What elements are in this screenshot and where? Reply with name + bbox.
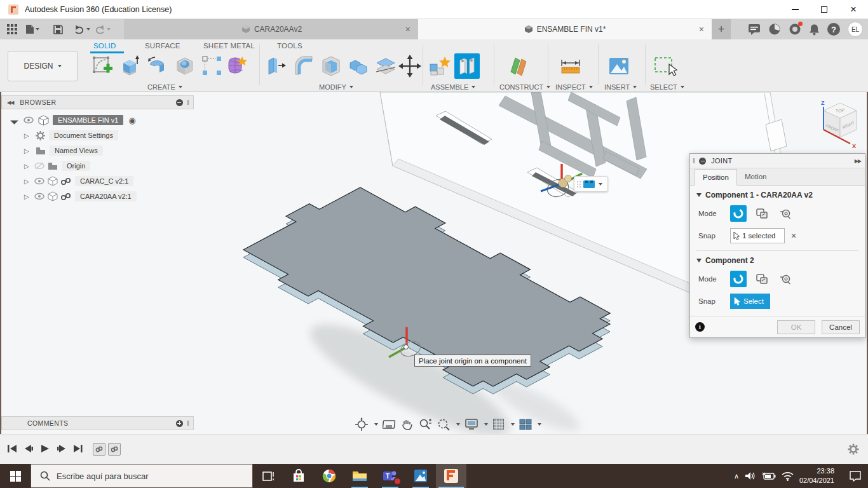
tab-close-icon[interactable]: × [699,25,704,34]
joint-type-minitoolbar[interactable] [574,176,608,192]
notification-badge-icon[interactable] [789,23,801,36]
group-label-create[interactable]: CREATE [147,83,182,91]
grid-dropdown-icon[interactable] [511,423,515,426]
workspace-switcher[interactable]: DESIGN [8,51,78,81]
snap-select-button[interactable]: Select [730,294,770,309]
select-button[interactable] [653,53,679,79]
zoom-icon[interactable] [418,417,432,431]
comments-header[interactable]: COMMENTS ‖ [1,416,194,430]
offset-face-button[interactable] [373,53,398,79]
timeline-go-to-start-button[interactable] [5,441,19,456]
new-tab-button[interactable]: + [712,19,731,39]
orbit-icon[interactable] [355,417,369,431]
timeline-step-forward-button[interactable] [55,441,69,456]
start-button[interactable] [0,464,31,488]
tray-hidden-icons-chevron[interactable]: ∧ [734,472,739,480]
browser-row-origin[interactable]: ▷ Origin [24,159,90,173]
browser-item-label[interactable]: CARAC_C v2:1 [75,176,133,186]
fit-dropdown-icon[interactable] [456,423,460,426]
job-status-icon[interactable] [768,23,781,36]
ribbon-tab-solid[interactable]: SOLID [93,42,116,50]
minimize-button[interactable] [780,0,810,19]
dialog-info-icon[interactable]: i [695,322,705,332]
joint-type-dropdown-icon[interactable] [599,183,602,186]
mode-between-two-faces-icon[interactable] [754,271,770,287]
browser-root-label[interactable]: ENSAMBLE FIN v1 [53,115,123,125]
pan-icon[interactable] [401,418,414,431]
browser-row-carac-c[interactable]: ▷ CARAC_C v2:1 [24,174,133,188]
visibility-off-eye-icon[interactable] [34,162,44,170]
volume-icon[interactable] [745,471,756,481]
look-at-icon[interactable] [383,418,397,431]
expand-arrow-icon[interactable]: ▷ [24,193,32,200]
tab-motion[interactable]: Motion [737,168,775,185]
snap-selection-field[interactable]: 1 selected [730,228,785,243]
taskbar-app-photos[interactable] [405,464,436,488]
task-view-button[interactable] [253,464,283,488]
doc-tab-ensamble-fin[interactable]: ENSAMBLE FIN v1* × [418,19,712,39]
browser-header[interactable]: ◀◀ BROWSER ‖ [1,95,194,109]
expand-arrow-icon[interactable]: ▷ [24,147,32,154]
construct-plane-button[interactable] [505,53,531,79]
orbit-dropdown-icon[interactable] [374,423,378,426]
group-label-modify[interactable]: MODIFY [319,83,353,91]
display-settings-icon[interactable] [465,418,478,431]
taskbar-app-file-explorer[interactable] [344,464,375,488]
taskbar-app-store[interactable] [283,464,314,488]
app-grid-icon[interactable] [4,21,20,37]
timeline-go-to-end-button[interactable] [71,441,85,456]
extrude-button[interactable] [118,53,143,79]
expand-arrow-icon[interactable]: ▷ [24,178,32,185]
timeline-step-back-button[interactable] [22,441,36,456]
hole-button[interactable] [172,53,198,79]
cancel-button[interactable]: Cancel [822,320,860,334]
insert-image-button[interactable] [606,53,632,79]
expand-arrow-icon[interactable]: ▷ [24,163,32,170]
expand-arrow-icon[interactable]: ▷ [24,132,32,139]
timeline-play-button[interactable] [38,441,52,456]
browser-item-label[interactable]: CARA20AA v2:1 [75,191,137,201]
joint-type-icon[interactable] [583,180,595,189]
mode-between-two-faces-icon[interactable] [754,205,770,222]
panel-grip-icon[interactable]: ‖ [187,420,189,427]
component2-section-header[interactable]: Component 2 [696,256,858,265]
visibility-eye-icon[interactable] [34,177,44,185]
move-copy-button[interactable] [397,53,423,79]
browser-row-named-views[interactable]: ▷ Named Views [24,144,103,158]
add-comment-icon[interactable] [176,420,183,427]
close-button[interactable]: × [839,0,868,19]
browser-row-cara20aa[interactable]: ▷ CARA20AA v2:1 [24,189,137,203]
expanded-arrow-icon[interactable] [10,116,18,125]
tab-position[interactable]: Position [695,169,737,186]
ribbon-tab-surface[interactable]: SURFACE [145,42,180,50]
wifi-icon[interactable] [782,471,794,481]
dialog-dock-icon[interactable]: ▶▶ [855,158,861,164]
display-dropdown-icon[interactable] [484,423,488,426]
visibility-eye-icon[interactable] [24,116,34,124]
browser-row-document-settings[interactable]: ▷ Document Settings [24,128,118,142]
grid-settings-icon[interactable] [492,418,505,431]
maximize-button[interactable] [810,0,839,19]
group-label-inspect[interactable]: INSPECT [555,83,593,91]
redo-button[interactable] [94,21,111,37]
mode-simple-icon[interactable] [730,271,747,287]
timeline-joint-feature-2[interactable] [108,443,121,456]
panel-grip-icon[interactable]: ‖ [187,99,189,106]
taskbar-app-fusion360[interactable] [436,464,466,488]
ribbon-tab-sheetmetal[interactable]: SHEET METAL [203,42,255,50]
revolve-button[interactable] [145,53,170,79]
shell-button[interactable] [318,53,344,79]
comments-icon[interactable] [748,24,761,35]
combine-button[interactable] [346,53,371,79]
browser-root-row[interactable]: ENSAMBLE FIN v1 ◉ [11,113,136,127]
activate-component-icon[interactable]: ◉ [128,116,135,125]
tab-close-icon[interactable]: × [405,25,410,34]
create-sketch-button[interactable] [90,53,116,79]
clear-selection-icon[interactable]: × [791,231,796,241]
joint-dialog-header[interactable]: ‖ JOINT ▶▶ [690,154,865,168]
minimize-panel-icon[interactable] [176,99,183,106]
user-avatar[interactable]: EL [848,22,863,37]
component1-section-header[interactable]: Component 1 - CARA20AA v2 [696,191,858,200]
mode-simple-icon[interactable] [730,205,747,222]
fillet-button[interactable] [291,53,316,79]
